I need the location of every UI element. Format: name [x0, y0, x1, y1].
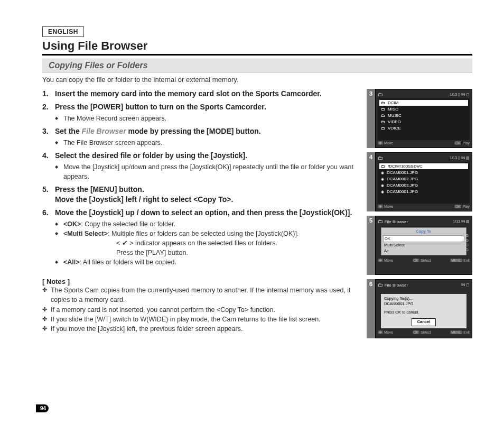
step-item: Move the [Joystick] up / down to select … [42, 208, 359, 268]
page-number: 94 [36, 404, 49, 412]
list-item: DCAM0003.JPG [379, 182, 468, 188]
counter: 1/13 [450, 156, 457, 160]
hint-play: Play [462, 141, 470, 145]
step-head: Set the File Browser mode by pressing th… [55, 127, 261, 135]
substep-option: <OK>: Copy the selected file or folder. [55, 219, 359, 229]
option-label: <All> [63, 259, 80, 266]
hint-move: Move [384, 259, 393, 262]
path-row: /DCIM/100SSDVC [379, 163, 468, 169]
copying-hint: Press OK to cancel. [384, 310, 463, 315]
option-label: <OK> [63, 220, 81, 228]
cancel-button[interactable]: Cancel [412, 318, 436, 326]
screen-number: 3 [367, 89, 375, 148]
notes-heading: [ Notes ] [42, 278, 359, 285]
ok-tag: OK [454, 205, 461, 208]
battery-icon: IN ▥ [461, 219, 470, 224]
screenshots-column: 3 1/13▯ IN ▢ DCIM MISC MUSIC VIDEO VOICE [367, 89, 472, 338]
ok-tag: OK [454, 141, 461, 145]
step-item: Insert the memory card into the memory c… [42, 89, 359, 99]
substep: The Movie Record screen appears. [55, 114, 359, 123]
list-item: VIDEO [379, 119, 468, 125]
joystick-icon: ✥ [378, 205, 383, 208]
step-item: Set the File Browser mode by pressing th… [42, 126, 359, 148]
step-head: Select the desired file or folder by usi… [55, 151, 247, 160]
language-tag: ENGLISH [42, 26, 84, 37]
folder-icon [378, 219, 385, 224]
joystick-icon: ✥ [378, 141, 383, 145]
device-screen-5: 5 File Browser 1/13IN ▥ Copy To OK Multi… [367, 216, 472, 275]
ext: JPG [461, 233, 469, 238]
list-item: DCIM [379, 100, 468, 106]
section-subtitle: Copying Files or Folders [42, 59, 472, 72]
folder-icon [378, 283, 385, 288]
side-file-ext: JPG JPG JPG JPG [461, 233, 469, 252]
list-item: MISC [379, 106, 468, 112]
hint-exit: Exit [463, 330, 470, 334]
ok-tag: OK [413, 259, 419, 262]
device-screen-4: 4 1/13▯ IN ▥ /DCIM/100SSDVC DCAM0001.JPG… [367, 152, 472, 211]
menu-title: Copy To [383, 229, 464, 234]
battery-icon: ▯ IN ▥ [458, 156, 470, 160]
page-title: Using File Browser [42, 39, 472, 56]
step-item: Select the desired file or folder by usi… [42, 151, 359, 181]
intro-text: You can copy the file or folder to the i… [42, 76, 472, 84]
ok-tag: OK [413, 330, 419, 334]
note-item: If a memory card is not inserted, you ca… [42, 305, 359, 315]
screen-number: 4 [367, 152, 375, 211]
notes-list: The Sports Cam copies from the currently… [42, 285, 359, 334]
steps-list: Insert the memory card into the memory c… [42, 89, 359, 267]
menu-tag: MENU [450, 259, 462, 262]
option-text: : Multiple files or folders can be selec… [108, 230, 298, 237]
screen-title: File Browser [385, 283, 408, 288]
screen-number: 5 [367, 216, 375, 275]
counter: 1/13 [453, 219, 460, 223]
option-extra: Press the [PLAY] button. [116, 248, 359, 257]
step-head: Press the [POWER] button to turn on the … [55, 103, 266, 111]
ext: JPG [461, 247, 469, 252]
ext: JPG [461, 243, 469, 247]
instructions-column: Insert the memory card into the memory c… [42, 89, 359, 338]
step-head: Press the [MENU] button. [55, 185, 144, 193]
copying-dialog: Copying file(s)... DCAM0001.JPG Press OK… [381, 294, 466, 328]
hint-play: Play [462, 205, 470, 208]
menu-item: All [383, 248, 464, 254]
step-head-line2: Move the [Joystick] left / right to sele… [55, 195, 233, 204]
step-item: Press the [POWER] button to turn on the … [42, 102, 359, 123]
list-item: DCAM0002.JPG [379, 176, 468, 182]
hint-select: Select [421, 259, 431, 262]
copying-line: Copying file(s)... [384, 296, 463, 301]
menu-item: Multi Select [383, 242, 464, 248]
device-screen-3: 3 1/13▯ IN ▢ DCIM MISC MUSIC VIDEO VOICE [367, 89, 472, 148]
mem-icon: ▯ IN ▢ [458, 93, 470, 97]
folder-icon [378, 155, 383, 161]
ext: JPG [461, 238, 469, 243]
substep: The File Browser screen appears. [55, 138, 359, 148]
step-muted: File Browser [82, 127, 126, 135]
folder-icon [378, 91, 383, 97]
list-item: MUSIC [379, 113, 468, 118]
hint-move: Move [384, 141, 393, 145]
joystick-icon: ✥ [378, 330, 383, 334]
hint-select: Select [421, 330, 431, 334]
menu-tag: MENU [450, 330, 462, 334]
option-label: <Multi Select> [63, 230, 108, 237]
list-item: DCAM0001.JPG [379, 170, 468, 176]
copying-filename: DCAM0001.JPG [384, 301, 463, 307]
option-extra: < ✔ > indicator appears on the selected … [116, 238, 359, 248]
list-item: DCAM0001.JPG [379, 189, 468, 195]
step-text: mode by pressing the [MODE] button. [126, 127, 261, 135]
substep: Move the [Joystick] up/down and press th… [55, 162, 359, 181]
substep-option: <Multi Select>: Multiple files or folder… [55, 229, 359, 257]
hint-move: Move [384, 205, 393, 208]
step-head: Move the [Joystick] up / down to select … [55, 208, 352, 217]
option-text: : Copy the selected file or folder. [81, 220, 175, 228]
device-screen-6: 6 File Browser IN ▢ Copying file(s)... D… [367, 279, 472, 338]
screen-number: 6 [367, 279, 375, 338]
substep-option: <All>: All files or folders will be copi… [55, 257, 359, 267]
note-item: If you slide the [W/T] switch to W(WIDE)… [42, 315, 359, 324]
menu-item: OK [383, 235, 464, 242]
step-item: Press the [MENU] button. Move the [Joyst… [42, 185, 359, 205]
step-head: Insert the memory card into the memory c… [55, 89, 322, 98]
joystick-icon: ✥ [378, 259, 383, 262]
manual-page: ENGLISH Using File Browser Copying Files… [0, 0, 504, 424]
